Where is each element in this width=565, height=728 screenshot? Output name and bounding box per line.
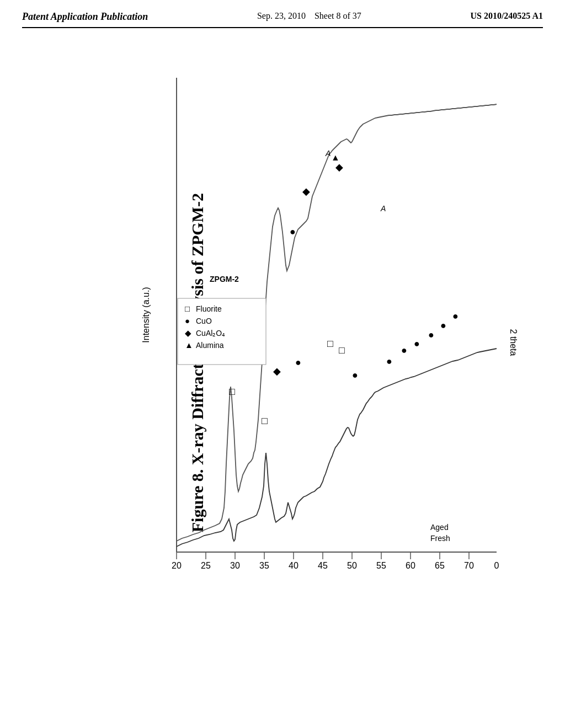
symbol-fluorite-4: □ (339, 345, 345, 356)
svg-text:0: 0 (494, 561, 499, 570)
symbol-cualo4-1: ● (295, 357, 301, 368)
xrd-chart: 20 25 30 35 40 45 50 55 60 65 70 0 (132, 67, 519, 646)
publication-date: Sep. 23, 2010 (257, 11, 306, 20)
svg-text:Alumina: Alumina (196, 341, 224, 350)
symbol-fluorite-3: □ (262, 415, 268, 426)
publication-number: US 2010/240525 A1 (470, 11, 543, 21)
symbol-fluorite-1: □ (229, 386, 235, 397)
zpgm2-chart-label: ZPGM-2 (210, 275, 239, 283)
symbol-cuo-2: ◆ (335, 162, 343, 173)
svg-text:30: 30 (230, 561, 240, 570)
sheet-info: Sheet 8 of 37 (315, 11, 361, 20)
svg-text:40: 40 (289, 561, 299, 570)
svg-text:CuAl₂O₄: CuAl₂O₄ (196, 329, 225, 338)
aged-label: Aged (430, 523, 449, 532)
symbol-cuo-8: ● (414, 338, 420, 349)
symbol-cuo-4: ● (290, 226, 296, 237)
svg-text:25: 25 (201, 561, 211, 570)
symbol-cuo-6: ● (386, 356, 392, 367)
content-area: Figure 8. X-ray Diffraction Analysis of … (22, 34, 543, 695)
x-axis-label: 2 theta (509, 329, 518, 356)
symbol-cuo-10: ● (440, 320, 446, 331)
svg-text:CuO: CuO (196, 317, 212, 325)
symbol-cuo-11: ● (452, 311, 459, 322)
svg-text:35: 35 (259, 561, 269, 570)
fresh-curve (177, 349, 497, 547)
symbol-cuo-9: ● (428, 329, 434, 340)
a-label-2: A (325, 149, 331, 158)
publication-title: Patent Application Publication (22, 11, 148, 23)
symbol-cuo-7: ● (401, 345, 407, 356)
svg-text:◆: ◆ (185, 328, 191, 338)
svg-text:45: 45 (318, 561, 328, 570)
svg-text:55: 55 (376, 561, 386, 570)
symbol-cuo-5: ● (352, 370, 358, 381)
symbol-cuo-1: ◆ (273, 366, 281, 377)
y-axis-label: Intensity (a.u.) (141, 287, 151, 342)
svg-text:60: 60 (406, 561, 415, 570)
svg-text:▲: ▲ (185, 340, 193, 350)
symbol-fluorite-2: □ (327, 338, 333, 349)
page: Patent Application Publication Sep. 23, … (0, 0, 565, 728)
svg-text:□: □ (185, 304, 190, 313)
a-label-3: A (380, 204, 386, 213)
svg-text:70: 70 (464, 561, 474, 570)
symbol-alumina-1: ▲ (331, 153, 340, 162)
fresh-label: Fresh (430, 534, 450, 543)
svg-text:Fluorite: Fluorite (196, 304, 222, 313)
svg-text:65: 65 (435, 561, 445, 570)
symbol-cuo-3: ◆ (302, 186, 310, 197)
svg-text:●: ● (185, 316, 190, 325)
svg-text:20: 20 (172, 561, 182, 570)
publication-date-sheet: Sep. 23, 2010 Sheet 8 of 37 (257, 11, 361, 21)
page-header: Patent Application Publication Sep. 23, … (22, 11, 543, 28)
svg-text:50: 50 (347, 561, 357, 570)
